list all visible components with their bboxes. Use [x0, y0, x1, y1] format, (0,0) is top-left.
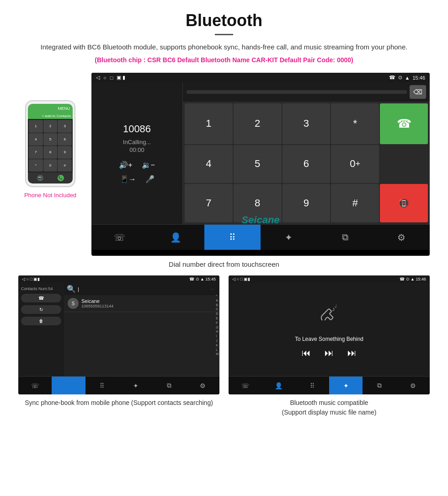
- phonebook-caption: Sync phone-book from mobile phone (Suppo…: [18, 398, 219, 408]
- end-call-button[interactable]: 📵: [380, 184, 428, 222]
- key-3[interactable]: 3: [283, 103, 331, 144]
- key-5[interactable]: 5: [234, 145, 282, 183]
- contact-number: 10655059113144: [81, 304, 113, 308]
- nav-dialpad[interactable]: ⠿: [204, 225, 261, 250]
- next-button[interactable]: ⏭: [347, 348, 357, 358]
- bottom-section: ◁ ○ □ ▣▮ ☎ ⊙ ▲ 15:45 Contacts Num:54 ☎ ↻…: [0, 275, 448, 426]
- mute-button[interactable]: 🎤: [145, 175, 155, 183]
- home-icon: ○: [103, 75, 107, 81]
- pb-nav-dialpad[interactable]: ⠿: [85, 377, 119, 394]
- call-action-btn[interactable]: ☎: [21, 294, 61, 302]
- alphabet-sidebar: * A B C D E F G H I J K L: [216, 294, 219, 356]
- ms-nav-bt-music[interactable]: ✦: [329, 377, 363, 394]
- time-display: 15:46: [412, 75, 425, 81]
- phone-image: MENU + Add to Contacts 1 2 3 4 5 6 7 8 9…: [25, 100, 75, 187]
- key-8[interactable]: 8: [234, 184, 282, 222]
- wifi-icon: ▲: [405, 75, 410, 81]
- dial-input[interactable]: [187, 90, 407, 94]
- phone-not-included-label: Phone Not Included: [24, 192, 76, 199]
- ms-nav-settings[interactable]: ⚙: [396, 377, 430, 394]
- pb-right-container: 🔍 ← S Seicane 10655059113144: [64, 283, 219, 376]
- phone-add-contacts: + Add to Contacts: [28, 113, 73, 119]
- volume-controls: 🔊+ 🔉−: [119, 161, 155, 169]
- search-icon: 🔍: [67, 285, 76, 293]
- contact-name: Seicane: [81, 298, 113, 304]
- music-body: ♪ ♩ To Leave Something Behind ⏮ ⏭ ⏭: [229, 283, 430, 376]
- notification-icons: ▣ ▮: [117, 75, 125, 81]
- song-title: To Leave Something Behind: [295, 336, 363, 342]
- pb-status-bar: ◁ ○ □ ▣▮ ☎ ⊙ ▲ 15:45: [18, 275, 219, 283]
- nav-bluetooth-music[interactable]: ✦: [261, 225, 317, 250]
- page-wrapper: Bluetooth Integrated with BC6 Bluetooth …: [0, 0, 448, 426]
- pb-contacts-list: 🔍 ← S Seicane 10655059113144: [64, 283, 219, 376]
- keypad-panel: ⌫ 1 2 3 * ☎ 4 5 6 0+: [183, 82, 430, 224]
- action-controls: 📱→ 🎤: [120, 175, 155, 183]
- back-icon: ◁: [96, 75, 100, 81]
- pb-nav-contacts[interactable]: 👤: [52, 377, 85, 394]
- calling-text: InCalling...: [123, 139, 151, 146]
- transfer-button[interactable]: 📱→: [120, 175, 136, 183]
- header-specs: (Bluetooth chip : CSR BC6 Default Blueto…: [18, 56, 430, 64]
- main-section: MENU + Add to Contacts 1 2 3 4 5 6 7 8 9…: [0, 68, 448, 256]
- phone-keypad-screen: 1 2 3 4 5 6 7 8 9 * 0 #: [28, 119, 73, 173]
- volume-up-button[interactable]: 🔊+: [119, 161, 132, 169]
- keys-grid: 1 2 3 * ☎ 4 5 6 0+ 7 8 9: [183, 102, 430, 224]
- delete-action-btn[interactable]: 🗑: [21, 317, 61, 325]
- pb-body: Contacts Num:54 ☎ ↻ 🗑 🔍 ←: [18, 283, 219, 376]
- key-0plus[interactable]: 0+: [331, 145, 379, 183]
- play-pause-button[interactable]: ⏭: [325, 348, 334, 358]
- phone-video-icon: 📷: [37, 175, 43, 181]
- status-right: ☎ ⊙ ▲ 15:46: [389, 75, 425, 81]
- ms-status-bar: ◁ ○ □ ▣▮ ☎ ⊙ ▲ 15:46: [229, 275, 430, 283]
- search-input[interactable]: [78, 286, 208, 292]
- pb-nav-calls[interactable]: ☏: [18, 377, 52, 394]
- nav-contacts[interactable]: 👤: [148, 225, 204, 250]
- phone-bottom-bar: 📷 📞: [28, 173, 73, 183]
- phone-call-icon: 📞: [58, 175, 64, 181]
- key-7[interactable]: 7: [185, 184, 233, 222]
- prev-button[interactable]: ⏮: [302, 348, 311, 358]
- contact-row-seicane[interactable]: S Seicane 10655059113144: [64, 295, 219, 312]
- dialed-number: 10086: [123, 123, 151, 135]
- header-description: Integrated with BC6 Bluetooth module, su…: [18, 42, 430, 53]
- phone-top-bar: MENU: [28, 104, 73, 113]
- key-star[interactable]: *: [331, 103, 379, 144]
- backspace-button[interactable]: ⌫: [410, 85, 426, 99]
- page-title: Bluetooth: [18, 11, 430, 30]
- call-timer: 00:00: [129, 146, 144, 153]
- car-bottom-nav: ☏ 👤 ⠿ ✦ ⧉ ⚙: [91, 224, 430, 250]
- recents-icon: □: [110, 75, 113, 81]
- refresh-action-btn[interactable]: ↻: [21, 305, 61, 314]
- ms-nav-calls[interactable]: ☏: [229, 377, 262, 394]
- pb-nav-transfer[interactable]: ⧉: [152, 377, 186, 394]
- ms-nav-transfer[interactable]: ⧉: [363, 377, 396, 394]
- nav-calls[interactable]: ☏: [91, 225, 148, 250]
- nav-settings[interactable]: ⚙: [373, 225, 430, 250]
- key-blank-1: [380, 145, 428, 183]
- ms-nav-dialpad[interactable]: ⠿: [296, 377, 329, 394]
- ms-bottom-nav: ☏ 👤 ⠿ ✦ ⧉ ⚙: [229, 376, 430, 394]
- phone-aside: MENU + Add to Contacts 1 2 3 4 5 6 7 8 9…: [18, 100, 82, 199]
- volume-down-button[interactable]: 🔉−: [142, 161, 155, 169]
- key-6[interactable]: 6: [283, 145, 331, 183]
- pb-search-bar: 🔍 ←: [64, 283, 219, 295]
- svg-text:♩: ♩: [335, 303, 337, 308]
- key-1[interactable]: 1: [185, 103, 233, 144]
- contacts-count: Contacts Num:54: [21, 286, 61, 291]
- pb-nav-bt-music[interactable]: ✦: [119, 377, 152, 394]
- car-screen-wrapper: ◁ ○ □ ▣ ▮ ☎ ⊙ ▲ 15:46: [91, 73, 430, 256]
- call-button[interactable]: ☎: [380, 103, 428, 144]
- ms-nav-contacts[interactable]: 👤: [262, 377, 295, 394]
- key-hash[interactable]: #: [331, 184, 379, 222]
- dial-area: 10086 InCalling... 00:00 🔊+ 🔉− 📱→ 🎤: [91, 82, 430, 224]
- key-4[interactable]: 4: [185, 145, 233, 183]
- nav-transfer[interactable]: ⧉: [317, 225, 373, 250]
- clear-search-icon[interactable]: ←: [209, 285, 217, 293]
- key-9[interactable]: 9: [283, 184, 331, 222]
- key-2[interactable]: 2: [234, 103, 282, 144]
- pb-nav-settings[interactable]: ⚙: [186, 377, 219, 394]
- status-bar: ◁ ○ □ ▣ ▮ ☎ ⊙ ▲ 15:46: [91, 73, 430, 82]
- input-row: ⌫: [183, 82, 430, 102]
- header-section: Bluetooth Integrated with BC6 Bluetooth …: [0, 0, 448, 68]
- phonebook-item: ◁ ○ □ ▣▮ ☎ ⊙ ▲ 15:45 Contacts Num:54 ☎ ↻…: [18, 275, 219, 417]
